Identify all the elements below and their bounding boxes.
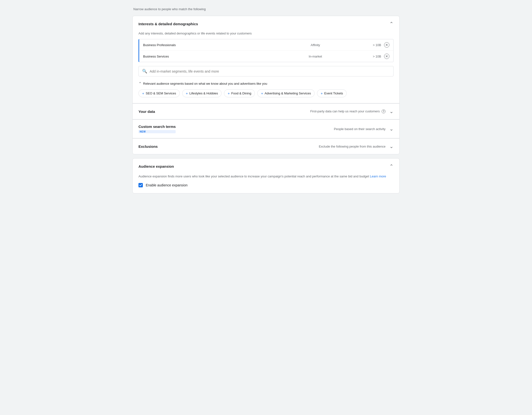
tag-button[interactable]: +Lifestyles & Hobbies [182,89,222,97]
relevant-title: Relevant audience segments based on what… [143,82,267,85]
audience-expansion-desc: Audience expansion finds more users who … [138,174,394,179]
segment-reach: > 10B [373,43,381,47]
exclusions-right: Exclude the following people from this a… [319,143,394,149]
relevant-chevron-icon: ⌃ [138,81,142,86]
segment-row: Business Services In-market > 10B ✕ [139,51,393,62]
custom-search-section[interactable]: Custom search terms NEW People based on … [133,120,399,138]
your-data-title: Your data [138,110,155,114]
custom-search-right: People based on their search activity ⌄ [334,126,394,132]
tags-container: +SEO & SEM Services+Lifestyles & Hobbies… [138,89,394,97]
your-data-left: Your data [138,110,155,114]
tag-label: Lifestyles & Hobbies [190,92,218,95]
search-input[interactable] [150,69,390,73]
tag-button[interactable]: +Event Tickets [317,89,347,97]
custom-search-subtitle: People based on their search activity [334,127,386,131]
segment-reach: > 10B [373,55,381,58]
audience-expansion-chevron-icon: ⌃ [390,163,394,169]
custom-search-chevron-icon: ⌄ [390,126,394,132]
segment-type: Affinity [258,43,373,47]
interests-title: Interests & detailed demographics [138,22,198,26]
tag-label: Food & Dining [231,92,251,95]
page-wrapper: Narrow audience to people who match the … [133,7,399,194]
audience-expansion-card: Audience expansion ⌃ Audience expansion … [133,158,399,194]
tag-plus-icon: + [142,91,144,95]
interests-header[interactable]: Interests & detailed demographics ⌃ [133,16,399,32]
tag-plus-icon: + [321,91,323,95]
tag-plus-icon: + [228,91,230,95]
narrow-label: Narrow audience to people who match the … [133,7,399,11]
search-box[interactable]: 🔍 [138,66,394,76]
exclusions-section[interactable]: Exclusions Exclude the following people … [133,138,399,154]
custom-search-left: Custom search terms NEW [138,125,176,133]
tag-plus-icon: + [186,91,188,95]
enable-expansion-checkbox[interactable] [138,183,143,187]
tag-label: Event Tickets [324,92,343,95]
tag-label: SEO & SEM Services [146,92,176,95]
audience-expansion-body: Audience expansion finds more users who … [133,174,399,193]
segment-name: Business Services [143,55,258,58]
tag-button[interactable]: +Food & Dining [224,89,255,97]
segments-table: Business Professionals Affinity > 10B ✕ … [138,39,394,62]
tag-button[interactable]: +Advertising & Marketing Services [257,89,314,97]
enable-expansion-label: Enable audience expansion [146,183,188,187]
interests-chevron-icon: ⌃ [390,21,394,27]
enable-expansion-row[interactable]: Enable audience expansion [138,183,394,187]
new-badge: NEW [138,130,176,133]
learn-more-link[interactable]: Learn more [370,175,386,178]
your-data-chevron-icon: ⌄ [390,109,394,114]
remove-segment-button[interactable]: ✕ [384,54,390,59]
audience-expansion-header[interactable]: Audience expansion ⌃ [133,158,399,174]
segment-row: Business Professionals Affinity > 10B ✕ [139,39,393,51]
segment-name: Business Professionals [143,43,258,47]
segment-type: In-market [258,55,373,58]
tag-label: Advertising & Marketing Services [265,92,311,95]
tag-plus-icon: + [261,91,263,95]
remove-segment-button[interactable]: ✕ [384,42,390,47]
audience-expansion-title: Audience expansion [138,164,174,168]
your-data-section[interactable]: Your data First-party data can help us r… [133,103,399,119]
custom-search-title: Custom search terms [138,125,176,129]
exclusions-chevron-icon: ⌄ [390,143,394,149]
relevant-header: ⌃ Relevant audience segments based on wh… [138,81,394,86]
your-data-subtitle: First-party data can help us reach your … [310,110,386,113]
help-icon[interactable]: ? [382,110,386,113]
main-card: Interests & detailed demographics ⌃ Add … [133,16,399,154]
tag-button[interactable]: +SEO & SEM Services [138,89,180,97]
exclusions-left: Exclusions [138,144,158,148]
exclusions-subtitle: Exclude the following people from this a… [319,145,386,148]
your-data-right: First-party data can help us reach your … [310,109,394,114]
interests-description: Add any interests, detailed demographics… [138,32,394,35]
exclusions-title: Exclusions [138,144,158,148]
search-icon: 🔍 [142,69,147,74]
interests-body: Add any interests, detailed demographics… [133,32,399,103]
